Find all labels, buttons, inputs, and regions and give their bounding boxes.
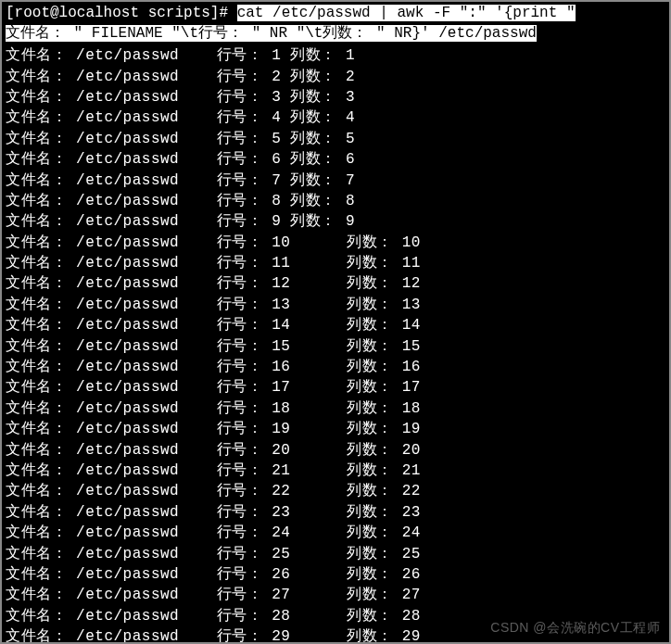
output-row: 文件名： /etc/passwd 行号： 16 列数： 16: [2, 357, 669, 377]
output-row: 文件名： /etc/passwd 行号： 18 列数： 18: [2, 398, 669, 419]
output-row: 文件名： /etc/passwd 行号： 27 列数： 27: [2, 585, 669, 605]
output-row: 文件名： /etc/passwd 行号： 11 列数： 11: [2, 253, 669, 273]
output-row: 文件名： /etc/passwd 行号： 2 列数： 2: [2, 67, 669, 87]
output-row: 文件名： /etc/passwd 行号： 6 列数： 6: [2, 149, 669, 170]
command-text-line2: 文件名： " FILENAME "\t行号： " NR "\t列数： " NR}…: [6, 25, 537, 42]
output-row: 文件名： /etc/passwd 行号： 10 列数： 10: [2, 233, 669, 253]
output-row: 文件名： /etc/passwd 行号： 8 列数： 8: [2, 191, 669, 211]
output-row: 文件名： /etc/passwd 行号： 14 列数： 14: [2, 315, 669, 335]
output-row: 文件名： /etc/passwd 行号： 13 列数： 13: [2, 295, 669, 315]
command-text-line1: cat /etc/passwd | awk -F ":" '{print ": [237, 5, 576, 21]
output-row: 文件名： /etc/passwd 行号： 3 列数： 3: [2, 87, 669, 107]
output-row: 文件名： /etc/passwd 行号： 4 列数： 4: [2, 107, 669, 128]
output-row: 文件名： /etc/passwd 行号： 22 列数： 22: [2, 481, 669, 501]
output-row: 文件名： /etc/passwd 行号： 5 列数： 5: [2, 129, 669, 149]
output-row: 文件名： /etc/passwd 行号： 23 列数： 23: [2, 502, 669, 523]
output-row: 文件名： /etc/passwd 行号： 19 列数： 19: [2, 419, 669, 439]
output-row: 文件名： /etc/passwd 行号： 7 列数： 7: [2, 170, 669, 191]
output-row: 文件名： /etc/passwd 行号： 24 列数： 24: [2, 523, 669, 543]
prompt-prefix: [root@localhost scripts]#: [6, 5, 237, 21]
output-rows: 文件名： /etc/passwd 行号： 1 列数： 1文件名： /etc/pa…: [2, 45, 669, 644]
output-row: 文件名： /etc/passwd 行号： 15 列数： 15: [2, 336, 669, 357]
output-row: 文件名： /etc/passwd 行号： 25 列数： 25: [2, 544, 669, 564]
output-row: 文件名： /etc/passwd 行号： 20 列数： 20: [2, 440, 669, 461]
output-row: 文件名： /etc/passwd 行号： 29 列数： 29: [2, 626, 669, 644]
output-row: 文件名： /etc/passwd 行号： 17 列数： 17: [2, 377, 669, 398]
output-row: 文件名： /etc/passwd 行号： 26 列数： 26: [2, 564, 669, 585]
command-prompt: [root@localhost scripts]# cat /etc/passw…: [2, 2, 669, 45]
output-row: 文件名： /etc/passwd 行号： 12 列数： 12: [2, 273, 669, 294]
output-row: 文件名： /etc/passwd 行号： 28 列数： 28: [2, 606, 669, 626]
output-row: 文件名： /etc/passwd 行号： 9 列数： 9: [2, 211, 669, 232]
output-row: 文件名： /etc/passwd 行号： 21 列数： 21: [2, 461, 669, 481]
output-row: 文件名： /etc/passwd 行号： 1 列数： 1: [2, 45, 669, 66]
